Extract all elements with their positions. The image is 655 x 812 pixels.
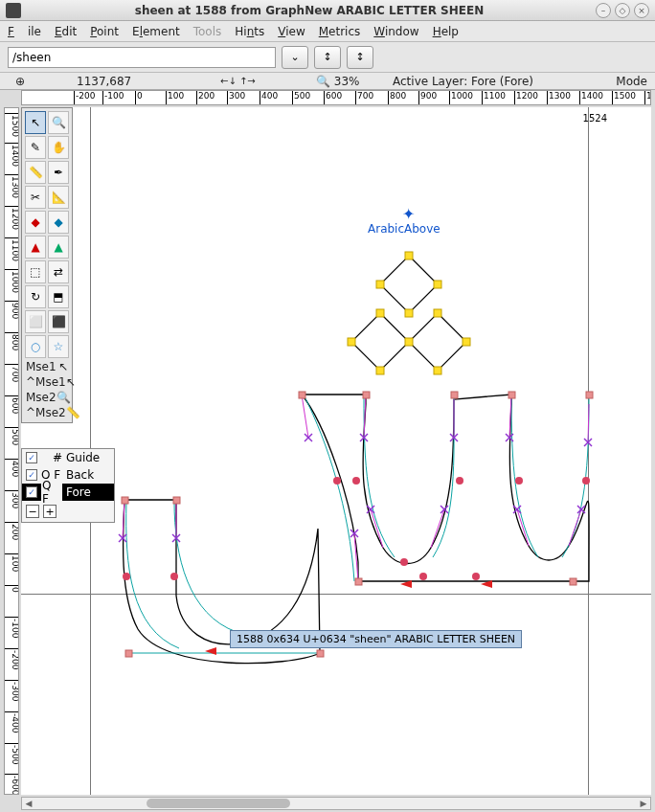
layer-add-button[interactable]: + [43, 505, 56, 518]
tool-flip[interactable]: ⇄ [48, 260, 69, 283]
menu-help[interactable]: Help [433, 25, 459, 38]
svg-rect-25 [451, 392, 458, 398]
scroll-left-icon[interactable]: ◀ [22, 798, 35, 809]
titlebar: sheen at 1588 from GraphNew ARABIC LETTE… [0, 0, 655, 21]
minimize-button[interactable]: – [596, 3, 611, 18]
svg-rect-4 [376, 309, 384, 317]
tool-scale[interactable]: ⬚ [25, 260, 46, 283]
next-glyph-button[interactable]: ↕ [347, 46, 373, 69]
menu-view[interactable]: View [278, 25, 305, 38]
status-coord: 1137,687 [77, 75, 131, 88]
svg-rect-7 [348, 338, 355, 346]
scroll-thumb[interactable] [147, 799, 290, 808]
svg-rect-10 [434, 367, 441, 374]
close-button[interactable]: × [634, 3, 649, 18]
svg-point-58 [333, 477, 341, 485]
layer-guide[interactable]: ✓#Guide [22, 449, 114, 466]
svg-rect-27 [586, 392, 593, 398]
status-arrows: ←↓ ↑→ [220, 76, 256, 86]
layers-panel: ✓#Guide ✓Q FBack ✓Q FFore − + [21, 448, 115, 523]
tool-corner-point[interactable]: ◆ [25, 211, 46, 234]
tool-measure[interactable]: 📏 [25, 161, 46, 184]
tool-hand[interactable]: ✋ [48, 136, 69, 159]
svg-rect-26 [508, 392, 515, 398]
tool-magnify[interactable]: 🔍 [48, 111, 69, 134]
tool-tangent-point[interactable]: ▲ [48, 236, 69, 259]
status-zoom[interactable]: 🔍 33% [316, 75, 360, 88]
menu-point[interactable]: Point [90, 25, 119, 38]
tool-freehand[interactable]: ✎ [25, 136, 46, 159]
svg-rect-30 [122, 497, 128, 504]
svg-point-66 [170, 573, 178, 580]
svg-rect-2 [405, 309, 413, 317]
svg-line-20 [588, 404, 589, 442]
svg-rect-33 [125, 650, 132, 657]
layer-back[interactable]: ✓Q FBack [22, 466, 114, 484]
menu-file[interactable]: File [8, 25, 41, 38]
glyph-tooltip: 1588 0x634 U+0634 "sheen" ARABIC LETTER … [230, 630, 522, 648]
svg-point-61 [456, 477, 463, 485]
svg-rect-6 [376, 367, 384, 374]
scroll-right-icon[interactable]: ▶ [637, 798, 650, 809]
svg-rect-28 [355, 578, 362, 585]
tool-palette: ↖🔍 ✎✋ 📏✒ ✂📐 ◆◆ ▲▲ ⬚⇄ ↻⬒ ⬜⬛ ○☆ Mse1↖ ^Mse… [21, 107, 73, 423]
app-icon [6, 3, 21, 18]
glyph-name-input[interactable] [8, 47, 276, 68]
menu-window[interactable]: Window [373, 25, 418, 38]
svg-point-59 [352, 477, 360, 485]
tool-rect3d[interactable]: ⬛ [48, 310, 69, 333]
scrollbar-horizontal[interactable]: ◀ ▶ [21, 797, 651, 810]
svg-point-62 [515, 477, 523, 485]
svg-point-64 [472, 573, 480, 580]
svg-marker-71 [205, 647, 216, 655]
tool-circle[interactable]: ○ [25, 335, 46, 358]
svg-point-63 [582, 477, 590, 485]
menu-edit[interactable]: Edit [55, 25, 77, 38]
tool-skew[interactable]: ⬒ [48, 285, 69, 308]
svg-rect-29 [570, 578, 576, 585]
svg-rect-3 [376, 281, 384, 288]
prev-glyph-button[interactable]: ↕ [314, 46, 341, 69]
tool-hv-point[interactable]: ▲ [25, 236, 46, 259]
svg-rect-0 [405, 252, 413, 259]
tool-rotate[interactable]: ↻ [25, 285, 46, 308]
ruler-horizontal[interactable]: -200-10001002003004005006007008009001000… [21, 90, 651, 105]
tool-knife[interactable]: ✂ [25, 186, 46, 209]
svg-line-18 [517, 509, 529, 546]
svg-rect-8 [434, 309, 441, 317]
tool-pen[interactable]: ✒ [48, 161, 69, 184]
canvas[interactable]: 1524 ✦ ArabicAbove [21, 107, 651, 795]
svg-point-60 [400, 558, 408, 566]
menu-element[interactable]: Element [132, 25, 180, 38]
glyph-outline[interactable] [21, 107, 651, 795]
menu-metrics[interactable]: Metrics [319, 25, 361, 38]
maximize-button[interactable]: ◇ [615, 3, 630, 18]
svg-rect-5 [405, 338, 413, 346]
tool-perspective[interactable]: ⬜ [25, 310, 46, 333]
mouse-label-1a: ^Mse1↖ [24, 374, 70, 390]
svg-line-14 [371, 509, 383, 548]
tool-pointer[interactable]: ↖ [25, 111, 46, 134]
layer-remove-button[interactable]: − [26, 505, 39, 518]
ruler-vertical[interactable]: 1500140013001200110010009008007006005004… [4, 107, 19, 795]
word-dropdown[interactable]: ⌄ [282, 46, 308, 69]
status-mode: Mode [616, 75, 647, 88]
mouse-label-2: Mse2🔍 [24, 390, 70, 405]
svg-point-67 [123, 573, 130, 580]
svg-rect-9 [463, 338, 470, 346]
svg-rect-23 [299, 392, 305, 398]
layer-fore[interactable]: ✓Q FFore [22, 484, 114, 501]
svg-rect-32 [317, 650, 324, 657]
tool-star[interactable]: ☆ [48, 335, 69, 358]
tool-ruler[interactable]: 📐 [48, 186, 69, 209]
menu-hints[interactable]: Hints [235, 25, 264, 38]
svg-line-11 [302, 395, 308, 438]
svg-rect-24 [363, 392, 370, 398]
tool-curve-point[interactable]: ◆ [48, 211, 69, 234]
toolbar: ⌄ ↕ ↕ [0, 42, 655, 73]
status-layer[interactable]: Active Layer: Fore (Fore) [393, 75, 533, 88]
svg-line-15 [431, 509, 444, 548]
svg-point-65 [419, 573, 427, 580]
menubar: File Edit Point Element Tools Hints View… [0, 21, 655, 42]
mouse-label-1: Mse1↖ [24, 359, 70, 374]
